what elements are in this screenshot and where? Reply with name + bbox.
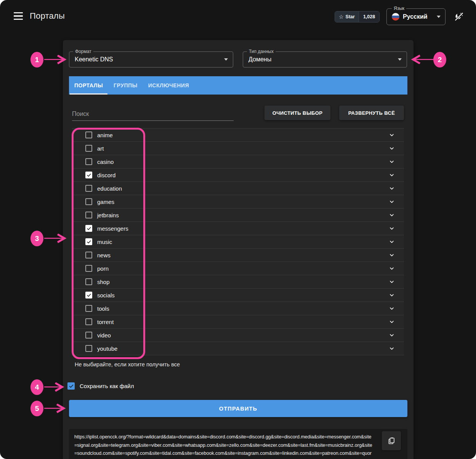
portal-row[interactable]: tools xyxy=(72,302,404,315)
search-input[interactable] xyxy=(72,108,234,121)
checkmark-icon xyxy=(87,293,91,298)
portal-row[interactable]: porn xyxy=(72,262,404,275)
chevron-down-icon[interactable] xyxy=(389,185,395,193)
portal-checkbox[interactable] xyxy=(85,252,92,258)
clear-selection-button[interactable]: ОЧИСТИТЬ ВЫБОР xyxy=(264,106,330,120)
portal-checkbox[interactable] xyxy=(85,345,92,352)
expand-all-button[interactable]: РАЗВЕРНУТЬ ВСЁ xyxy=(339,106,404,120)
portal-row[interactable]: messengers xyxy=(72,222,404,235)
star-count[interactable]: 1,028 xyxy=(359,11,379,22)
caret-down-icon xyxy=(224,58,228,61)
annotation-badge-3: 3 xyxy=(30,231,43,246)
portal-row[interactable]: anime xyxy=(72,128,404,142)
portal-checkbox[interactable] xyxy=(85,238,92,245)
result-url-box: https://iplist.opencck.org/?format=wildc… xyxy=(69,429,407,459)
portal-row[interactable]: art xyxy=(72,142,404,155)
hint-text: Не выбирайте, если хотите получить все xyxy=(75,361,180,368)
portal-label: discord xyxy=(97,172,115,178)
star-button[interactable]: ☆ Star xyxy=(335,11,359,22)
portal-row[interactable]: jetbrains xyxy=(72,209,404,222)
data-type-select[interactable]: Тип данных Домены xyxy=(243,51,407,67)
chevron-down-icon[interactable] xyxy=(389,172,395,180)
portal-list: anime art casino discord xyxy=(72,128,404,355)
chevron-down-icon[interactable] xyxy=(389,132,395,140)
language-select-label: Язык xyxy=(392,6,406,11)
chevron-down-icon[interactable] xyxy=(389,212,395,220)
annotation-badge-4: 4 xyxy=(30,379,43,395)
portal-row[interactable]: socials xyxy=(72,289,404,302)
portal-checkbox[interactable] xyxy=(85,198,92,205)
portal-checkbox[interactable] xyxy=(85,225,92,232)
language-value: Русский xyxy=(403,13,428,20)
submit-button[interactable]: ОТПРАВИТЬ xyxy=(69,400,407,417)
portal-checkbox[interactable] xyxy=(85,265,92,272)
tab-groups[interactable]: ГРУППЫ xyxy=(108,76,143,95)
app-window: Порталы ☆ Star 1,028 Язык Русский Формат… xyxy=(0,0,476,459)
moon-stars-slashed-icon xyxy=(454,11,464,22)
portal-row[interactable]: education xyxy=(72,182,404,195)
portal-label: news xyxy=(97,252,111,258)
portal-row[interactable]: casino xyxy=(72,155,404,169)
portal-checkbox[interactable] xyxy=(85,292,92,299)
chevron-down-icon[interactable] xyxy=(389,345,395,353)
portal-checkbox[interactable] xyxy=(85,158,92,165)
theme-toggle-button[interactable] xyxy=(453,10,465,22)
checkmark-icon xyxy=(87,173,91,178)
portal-row[interactable]: torrent xyxy=(72,315,404,329)
chevron-down-icon[interactable] xyxy=(389,199,395,206)
portal-row[interactable]: video xyxy=(72,329,404,342)
checkmark-icon xyxy=(87,226,91,231)
portal-label: art xyxy=(97,145,104,152)
github-star-badge[interactable]: ☆ Star 1,028 xyxy=(335,11,380,22)
chevron-down-icon[interactable] xyxy=(389,225,395,233)
portal-label: education xyxy=(97,185,122,192)
chevron-down-icon[interactable] xyxy=(389,332,395,340)
save-as-file-label: Сохранить как файл xyxy=(80,383,134,389)
chevron-down-icon[interactable] xyxy=(389,305,395,313)
portal-row[interactable]: discord xyxy=(72,169,404,182)
portal-row[interactable]: music xyxy=(72,235,404,249)
star-label: Star xyxy=(346,14,355,19)
portal-checkbox[interactable] xyxy=(85,145,92,152)
save-as-file-option[interactable]: Сохранить как файл xyxy=(67,382,134,390)
portal-form-card: Формат Keenetic DNS Тип данных Домены ПО… xyxy=(63,40,413,459)
portal-checkbox[interactable] xyxy=(85,185,92,192)
copy-url-button[interactable] xyxy=(382,431,401,450)
portal-label: casino xyxy=(97,159,114,165)
portal-row[interactable]: youtube xyxy=(72,342,404,355)
format-select-value: Keenetic DNS xyxy=(75,56,113,63)
portal-checkbox[interactable] xyxy=(85,212,92,218)
portal-checkbox[interactable] xyxy=(85,132,92,138)
result-url-text[interactable]: https://iplist.opencck.org/?format=wildc… xyxy=(74,433,373,459)
chevron-down-icon[interactable] xyxy=(389,279,395,286)
chevron-down-icon[interactable] xyxy=(389,265,395,273)
chevron-down-icon[interactable] xyxy=(389,292,395,300)
chevron-down-icon[interactable] xyxy=(389,252,395,260)
chevron-down-icon[interactable] xyxy=(389,145,395,153)
checkmark-icon xyxy=(87,239,91,244)
portal-label: anime xyxy=(97,132,113,138)
portal-row[interactable]: games xyxy=(72,195,404,209)
portal-checkbox[interactable] xyxy=(85,305,92,312)
format-select-label: Формат xyxy=(73,49,93,54)
tab-exclusions[interactable]: ИСКЛЮЧЕНИЯ xyxy=(143,76,194,95)
portal-checkbox[interactable] xyxy=(85,318,92,325)
chevron-down-icon[interactable] xyxy=(389,159,395,166)
portal-checkbox[interactable] xyxy=(85,278,92,285)
portal-row[interactable]: news xyxy=(72,249,404,262)
language-select[interactable]: Язык Русский xyxy=(386,8,446,25)
portal-row[interactable]: shop xyxy=(72,275,404,289)
menu-button[interactable] xyxy=(14,12,23,20)
format-select[interactable]: Формат Keenetic DNS xyxy=(69,51,233,67)
chevron-down-icon[interactable] xyxy=(389,319,395,326)
data-type-select-value: Домены xyxy=(248,56,271,63)
portal-checkbox[interactable] xyxy=(85,332,92,339)
chevron-down-icon[interactable] xyxy=(389,239,395,246)
caret-down-icon xyxy=(398,58,402,61)
save-as-file-checkbox[interactable] xyxy=(67,382,75,390)
russian-flag-icon xyxy=(392,13,399,21)
portal-checkbox[interactable] xyxy=(85,172,92,178)
portal-label: torrent xyxy=(97,319,114,325)
tab-portals[interactable]: ПОРТАЛЫ xyxy=(69,76,108,95)
portal-label: video xyxy=(97,332,111,339)
